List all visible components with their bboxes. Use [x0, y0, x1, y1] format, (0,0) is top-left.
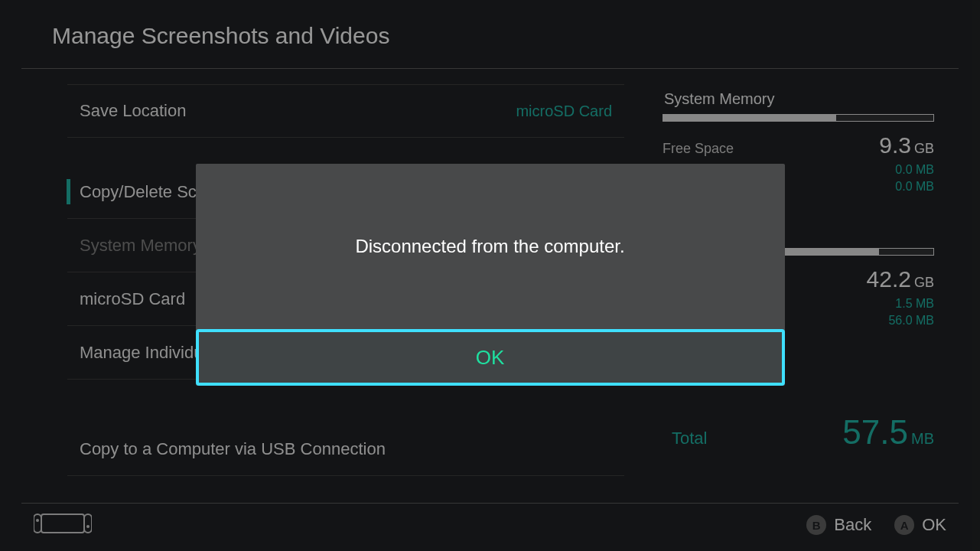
ok-button[interactable]: OK [196, 329, 785, 386]
dialog: Disconnected from the computer. OK [196, 164, 785, 386]
dialog-message: Disconnected from the computer. [196, 164, 785, 329]
modal-overlay: Disconnected from the computer. OK [0, 0, 980, 551]
ok-button-label: OK [476, 346, 505, 370]
